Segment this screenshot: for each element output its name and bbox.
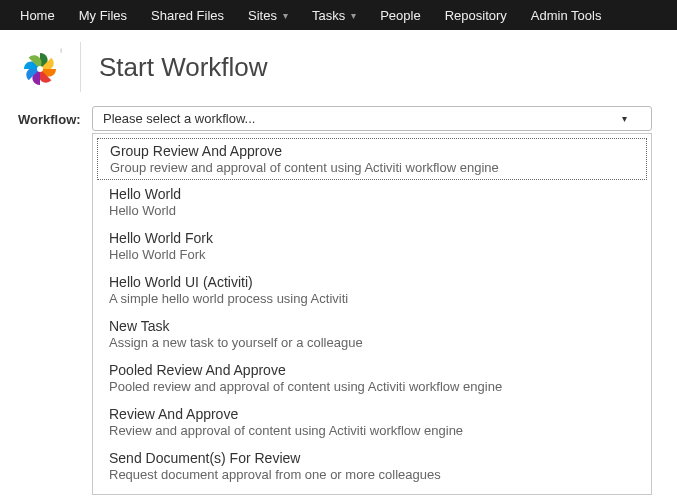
page-title: Start Workflow (99, 52, 268, 83)
chevron-down-icon: ▾ (351, 10, 356, 21)
nav-item-tasks[interactable]: Tasks▾ (300, 0, 368, 30)
svg-point-0 (37, 66, 43, 72)
content: Workflow: Please select a workflow... ▾ … (0, 102, 677, 502)
workflow-label: Workflow: (18, 106, 92, 127)
workflow-option-hello-world-ui-activiti[interactable]: Hello World UI (Activiti) A simple hello… (93, 268, 651, 312)
workflow-option-desc: Request document approval from one or mo… (109, 467, 635, 482)
workflow-option-hello-world-fork[interactable]: Hello World Fork Hello World Fork (93, 224, 651, 268)
chevron-down-icon: ▾ (283, 10, 288, 21)
workflow-select[interactable]: Please select a workflow... ▾ (92, 106, 652, 131)
nav-label: Tasks (312, 8, 345, 23)
workflow-option-hello-world[interactable]: Hello World Hello World (93, 180, 651, 224)
nav-label: Admin Tools (531, 8, 602, 23)
workflow-option-title: New Task (109, 318, 635, 334)
workflow-option-title: Hello World (109, 186, 635, 202)
nav-item-people[interactable]: People (368, 0, 432, 30)
workflow-option-desc: Pooled review and approval of content us… (109, 379, 635, 394)
workflow-option-title: Group Review And Approve (110, 143, 634, 159)
nav-item-my-files[interactable]: My Files (67, 0, 139, 30)
nav-label: People (380, 8, 420, 23)
nav-label: Shared Files (151, 8, 224, 23)
nav-label: Home (20, 8, 55, 23)
alfresco-logo-icon: ® (18, 45, 62, 89)
workflow-option-desc: Review and approval of content using Act… (109, 423, 635, 438)
workflow-option-title: Hello World UI (Activiti) (109, 274, 635, 290)
workflow-option-pooled-review-and-approve[interactable]: Pooled Review And Approve Pooled review … (93, 356, 651, 400)
nav-item-shared-files[interactable]: Shared Files (139, 0, 236, 30)
nav-item-admin-tools[interactable]: Admin Tools (519, 0, 614, 30)
nav-label: My Files (79, 8, 127, 23)
nav-label: Repository (445, 8, 507, 23)
workflow-option-title: Send Document(s) For Review (109, 450, 635, 466)
workflow-option-desc: A simple hello world process using Activ… (109, 291, 635, 306)
workflow-option-desc: Assign a new task to yourself or a colle… (109, 335, 635, 350)
nav-item-repository[interactable]: Repository (433, 0, 519, 30)
workflow-option-send-documents-for-review[interactable]: Send Document(s) For Review Request docu… (93, 444, 651, 488)
caret-down-icon: ▾ (622, 113, 627, 124)
workflow-select-value: Please select a workflow... (103, 111, 255, 126)
top-nav: Home My Files Shared Files Sites▾ Tasks▾… (0, 0, 677, 30)
nav-item-sites[interactable]: Sites▾ (236, 0, 300, 30)
header-divider (80, 42, 81, 92)
workflow-option-desc: Group review and approval of content usi… (110, 160, 634, 175)
workflow-option-review-and-approve[interactable]: Review And Approve Review and approval o… (93, 400, 651, 444)
page-header: ® Start Workflow (0, 30, 677, 102)
workflow-option-new-task[interactable]: New Task Assign a new task to yourself o… (93, 312, 651, 356)
nav-label: Sites (248, 8, 277, 23)
svg-text:®: ® (60, 48, 62, 54)
workflow-option-title: Pooled Review And Approve (109, 362, 635, 378)
workflow-option-title: Review And Approve (109, 406, 635, 422)
workflow-option-title: Hello World Fork (109, 230, 635, 246)
workflow-option-desc: Hello World Fork (109, 247, 635, 262)
nav-item-home[interactable]: Home (8, 0, 67, 30)
workflow-option-desc: Hello World (109, 203, 635, 218)
workflow-dropdown: Group Review And Approve Group review an… (92, 133, 652, 495)
workflow-option-group-review-and-approve[interactable]: Group Review And Approve Group review an… (97, 138, 647, 180)
